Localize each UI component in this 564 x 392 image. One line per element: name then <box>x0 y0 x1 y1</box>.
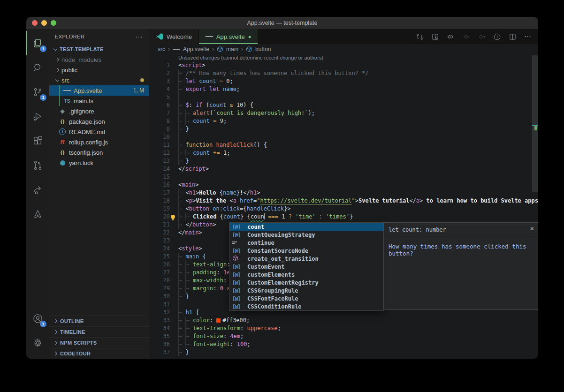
suggest-signature: let count: number <box>384 223 538 238</box>
account-button[interactable]: 1 <box>26 306 49 331</box>
line-number: 34 <box>149 324 175 332</box>
minimize-window-button[interactable] <box>41 20 47 26</box>
navigate-back-icon[interactable] <box>447 33 455 41</box>
code-line-1: 1<script> <box>149 61 538 69</box>
tree-item-tsconfig-json[interactable]: {}tsconfig.json <box>49 147 149 158</box>
breadcrumb-file[interactable]: App.svelte <box>183 46 209 53</box>
suggest-item-cssfontfacerule[interactable]: [@]CSSFontFaceRule <box>229 294 384 302</box>
activity-live-share[interactable] <box>26 177 49 202</box>
code-line-36: 36→→font-weight: 100; <box>149 340 538 348</box>
line-number: 30 <box>149 293 175 301</box>
editor-actions: ⋯ <box>416 29 538 44</box>
settings-button[interactable] <box>26 331 49 355</box>
chevron-down-icon <box>53 46 57 50</box>
code-line-37: 37→} <box>149 348 538 356</box>
tree-item-app-svelte[interactable]: App.svelte1, M <box>49 85 149 96</box>
tree-item-yarn-lock[interactable]: yarn.lock <box>49 158 149 168</box>
close-window-button[interactable] <box>32 20 38 26</box>
activity-run-debug[interactable] <box>26 104 49 128</box>
code-line-17: 17→<h1>Hello {name}!</h1> <box>149 189 538 197</box>
tree-item--gitignore[interactable]: ◆.gitignore <box>49 106 149 116</box>
tree-item-rollup-config-js[interactable]: Rrollup.config.js <box>49 137 149 147</box>
tree-item-package-json[interactable]: {}package.json <box>49 116 149 127</box>
zoom-window-button[interactable] <box>51 20 56 26</box>
traffic-lights <box>32 20 56 26</box>
close-icon[interactable]: × <box>530 225 534 232</box>
suggest-item-count[interactable]: [@]count <box>229 223 384 231</box>
suggest-item-customelementregistry[interactable]: [@]CustomElementRegistry <box>229 279 384 286</box>
breadcrumb-main[interactable]: main <box>226 46 238 53</box>
line-number: 14 <box>149 165 175 173</box>
timeline-run-icon[interactable] <box>493 33 501 41</box>
tree-item-main-ts[interactable]: TSmain.ts <box>49 96 149 106</box>
tree-item-public[interactable]: public <box>49 65 149 75</box>
code-line-9: 9→} <box>149 125 538 133</box>
sidebar-section-timeline[interactable]: TIMELINE <box>49 326 149 337</box>
explorer-actions-button[interactable]: ··· <box>135 33 143 40</box>
suggest-item-cssconditionrule[interactable]: [@]CSSConditionRule <box>229 302 384 310</box>
suggest-item-cssgroupingrule[interactable]: [@]CSSGroupingRule <box>229 286 384 294</box>
line-number: 27 <box>149 269 175 277</box>
tree-item-node-modules[interactable]: node_modules <box>49 54 149 65</box>
suggest-item-customevent[interactable]: [@]CustomEvent <box>229 263 384 271</box>
line-number: 7 <box>149 109 175 117</box>
problems-git-badge: 1, M <box>133 87 144 94</box>
suggest-item-create_out_transition[interactable]: create_out_transition <box>229 255 384 263</box>
sidebar-section-codetour[interactable]: CODETOUR <box>49 348 149 359</box>
activity-explorer[interactable]: 1 <box>26 31 49 55</box>
tree-item-src[interactable]: src <box>49 75 149 85</box>
activity-extensions[interactable] <box>26 128 49 153</box>
symbol-variable-icon: [@] <box>232 232 244 238</box>
breadcrumb: src › App.svelte › main › button <box>149 44 538 54</box>
line-number: 13 <box>149 157 175 165</box>
vscode-window: App.svelte — test-template 1 1 <box>26 17 538 359</box>
color-swatch[interactable] <box>216 318 221 323</box>
readme-info-icon: i <box>59 128 66 136</box>
workspace-root[interactable]: TEST-TEMPLATE <box>49 44 149 54</box>
line-number: 12 <box>149 149 175 157</box>
suggest-description: How many times has someone clicked this … <box>384 238 538 262</box>
activity-azure[interactable] <box>26 202 49 226</box>
next-change-icon[interactable] <box>478 33 486 41</box>
symbol-cube-icon <box>246 46 252 53</box>
activity-github-pr[interactable] <box>26 153 49 177</box>
activity-source-control[interactable]: 1 <box>26 80 49 104</box>
sidebar-section-outline[interactable]: OUTLINE <box>49 316 149 326</box>
editor-scrollbar[interactable] <box>532 55 538 192</box>
tab-welcome[interactable]: Welcome <box>149 29 199 44</box>
line-number: 37 <box>149 348 175 356</box>
breadcrumb-button[interactable]: button <box>255 46 271 53</box>
open-changes-icon[interactable] <box>416 33 424 41</box>
breadcrumb-src[interactable]: src <box>158 46 165 53</box>
code-line-18: 18→<p>Visit the <a href="https://svelte.… <box>149 197 538 205</box>
suggest-item-countqueuingstrategy[interactable]: [@]CountQueuingStrategy <box>229 231 384 239</box>
tab-app-svelte[interactable]: App.svelte ● <box>199 29 258 44</box>
suggest-item-customelements[interactable]: [@]customElements <box>229 271 384 279</box>
open-preview-icon[interactable] <box>431 33 439 41</box>
sidebar-title: EXPLORER <box>55 34 84 39</box>
sidebar-section-npm-scripts[interactable]: NPM SCRIPTS <box>49 337 149 348</box>
code-line-10: 10→ <box>149 133 538 141</box>
line-number: 23 <box>149 237 175 245</box>
svelte-file-icon <box>173 45 180 53</box>
json-file-icon: {} <box>59 118 66 125</box>
line-number: 31 <box>149 301 175 309</box>
lightbulb-icon[interactable] <box>171 215 175 219</box>
code-editor[interactable]: Unsaved changes (cannot determine recent… <box>149 54 538 359</box>
line-number: 16 <box>149 181 175 189</box>
code-line-15: 15 <box>149 173 538 181</box>
code-line-16: 16<main> <box>149 181 538 189</box>
tree-item-readme-md[interactable]: iREADME.md <box>49 127 149 137</box>
code-line-8: 8→→count = 9; <box>149 117 538 125</box>
more-actions-icon[interactable]: ⋯ <box>524 32 532 41</box>
activity-search[interactable] <box>26 55 49 80</box>
source-control-badge: 1 <box>40 94 46 101</box>
previous-change-icon[interactable] <box>462 33 470 41</box>
chevron-right-icon <box>55 68 59 72</box>
chevron-right-icon: › <box>168 46 170 53</box>
chevron-right-icon: › <box>241 46 243 53</box>
split-editor-icon[interactable] <box>509 33 517 41</box>
suggest-item-constantsourcenode[interactable]: [@]ConstantSourceNode <box>229 247 384 255</box>
suggest-item-continue[interactable]: continue <box>229 239 384 247</box>
line-number: 2 <box>149 69 175 77</box>
